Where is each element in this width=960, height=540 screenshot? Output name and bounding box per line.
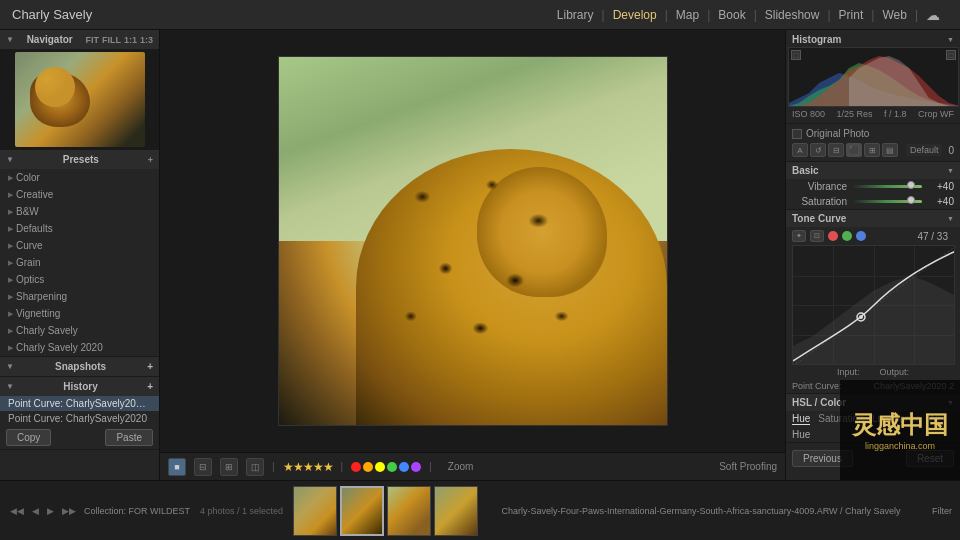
histogram-header[interactable]: Histogram ▼: [788, 32, 958, 47]
navigator-thumbnail: [15, 52, 145, 147]
tone-curve-header[interactable]: Tone Curve ▼: [786, 210, 960, 227]
vibrance-thumb[interactable]: [907, 181, 915, 189]
saturation-slider[interactable]: [851, 200, 922, 203]
cloud-icon[interactable]: ☁: [918, 0, 948, 30]
filmstrip-next-button[interactable]: ▶: [45, 504, 56, 518]
preset-group-sharpening[interactable]: Sharpening: [0, 288, 159, 305]
preset-group-grain[interactable]: Grain: [0, 254, 159, 271]
paste-button[interactable]: Paste: [105, 429, 153, 446]
original-photo-checkbox[interactable]: [792, 129, 802, 139]
overexposure-indicator[interactable]: □: [791, 50, 801, 60]
underexposure-indicator[interactable]: □: [946, 50, 956, 60]
nav-library[interactable]: Library: [549, 0, 602, 30]
tone-curve-label: Tone Curve: [792, 213, 846, 224]
presets-triangle: ▼: [6, 155, 14, 164]
filmstrip-left: ◀◀ ◀ ▶ ▶▶: [8, 504, 78, 518]
preset-group-charly2020[interactable]: Charly Savely 2020: [0, 339, 159, 356]
filmstrip-thumbnails: [293, 486, 478, 536]
tone-curve-section: Tone Curve ▼ ✦ ⊡ 47 / 33: [786, 210, 960, 394]
preset-selector[interactable]: Default: [906, 144, 943, 156]
vibrance-row: Vibrance +40: [786, 179, 960, 194]
color-purple[interactable]: [411, 462, 421, 472]
preset-group-optics[interactable]: Optics: [0, 271, 159, 288]
history-item-1[interactable]: Point Curve: CharlySavely2020: [0, 411, 159, 426]
preset-group-bw[interactable]: B&W: [0, 203, 159, 220]
basic-controls-row: A ↺ ⊟ ⬛ ⊞ ▤ Default 0: [786, 141, 960, 159]
filmstrip-first-button[interactable]: ◀◀: [8, 504, 26, 518]
nav-develop[interactable]: Develop: [605, 0, 665, 30]
saturation-thumb[interactable]: [907, 196, 915, 204]
nav-map[interactable]: Map: [668, 0, 707, 30]
filmstrip-last-button[interactable]: ▶▶: [60, 504, 78, 518]
view-grid-button[interactable]: ⊞: [220, 458, 238, 476]
history-item-0[interactable]: Point Curve: CharlySavely2020 3: [0, 396, 159, 411]
preset-group-creative[interactable]: Creative: [0, 186, 159, 203]
leopard-spots: [376, 149, 609, 388]
before-only-ctrl[interactable]: ⬛: [846, 143, 862, 157]
curve-green-channel[interactable]: [842, 231, 852, 241]
nav-slideshow[interactable]: Slideshow: [757, 0, 828, 30]
thumb-1-inner: [294, 487, 336, 535]
color-yellow[interactable]: [363, 462, 373, 472]
hsl-tab-hue[interactable]: Hue: [792, 413, 810, 425]
fill-button[interactable]: FILL: [102, 35, 121, 45]
nav-web[interactable]: Web: [874, 0, 914, 30]
preset-group-vignetting[interactable]: Vignetting: [0, 305, 159, 322]
fit-button[interactable]: FIT: [85, 35, 99, 45]
copy-button[interactable]: Copy: [6, 429, 51, 446]
color-lightyellow[interactable]: [375, 462, 385, 472]
compare-ctrl[interactable]: ▤: [882, 143, 898, 157]
presets-header[interactable]: ▼ Presets +: [0, 150, 159, 169]
view-before-after-button[interactable]: ⊟: [194, 458, 212, 476]
navigator-header[interactable]: ▼ Navigator FIT FILL 1:1 1:3: [0, 30, 159, 49]
nav-print[interactable]: Print: [831, 0, 872, 30]
presets-icons: +: [148, 155, 153, 165]
auto-button[interactable]: A: [792, 143, 808, 157]
preset-group-curve[interactable]: Curve: [0, 237, 159, 254]
view-loupe-button[interactable]: ◫: [246, 458, 264, 476]
preset-group-color[interactable]: Color: [0, 169, 159, 186]
leopard-image: [279, 57, 667, 425]
vibrance-slider[interactable]: [851, 185, 922, 188]
watermark: 灵感中国 lingganchina.com: [840, 380, 960, 480]
snapshots-header[interactable]: ▼ Snapshots +: [0, 357, 159, 376]
curve-canvas[interactable]: [792, 245, 955, 365]
photo-container: [160, 30, 785, 452]
reset-small-button[interactable]: ↺: [810, 143, 826, 157]
curve-point-btn[interactable]: ✦: [792, 230, 806, 242]
filmstrip-path: Charly-Savely-Four-Paws-International-Ge…: [484, 506, 918, 516]
history-header[interactable]: ▼ History +: [0, 377, 159, 396]
thumb-2-inner: [342, 488, 382, 534]
zoom-1-3-button[interactable]: 1:3: [140, 35, 153, 45]
nav-book[interactable]: Book: [710, 0, 753, 30]
center-panel: ■ ⊟ ⊞ ◫ | ★★★★★ | | Zoom Soft Proofing: [160, 30, 785, 480]
curve-red-channel[interactable]: [828, 231, 838, 241]
presets-label: Presets: [63, 154, 99, 165]
navigator-preview: [0, 49, 159, 149]
filmstrip-thumb-2[interactable]: [340, 486, 384, 536]
navigator-triangle: ▼: [6, 35, 14, 44]
filmstrip-thumb-4[interactable]: [434, 486, 478, 536]
before-after-ctrl[interactable]: ⊟: [828, 143, 844, 157]
histogram-label: Histogram: [792, 34, 841, 45]
filmstrip-filter[interactable]: Filter: [932, 506, 952, 516]
develop-ctrl[interactable]: ⊞: [864, 143, 880, 157]
snapshots-label: Snapshots: [55, 361, 106, 372]
basic-header[interactable]: Basic ▼: [786, 162, 960, 179]
curve-blue-channel[interactable]: [856, 231, 866, 241]
preset-group-charly[interactable]: Charly Savely: [0, 322, 159, 339]
zoom-1-1-button[interactable]: 1:1: [124, 35, 137, 45]
iso-value: ISO 800: [792, 109, 825, 119]
filmstrip-thumb-1[interactable]: [293, 486, 337, 536]
color-blue[interactable]: [399, 462, 409, 472]
filmstrip-prev-button[interactable]: ◀: [30, 504, 41, 518]
curve-auto-btn[interactable]: ⊡: [810, 230, 824, 242]
view-normal-button[interactable]: ■: [168, 458, 186, 476]
color-red[interactable]: [351, 462, 361, 472]
filmstrip-thumb-3[interactable]: [387, 486, 431, 536]
histogram-section: Histogram ▼ □ □: [786, 30, 960, 124]
star-rating[interactable]: ★★★★★: [283, 460, 333, 474]
preset-group-defaults[interactable]: Defaults: [0, 220, 159, 237]
curve-svg: [793, 246, 955, 365]
color-green[interactable]: [387, 462, 397, 472]
